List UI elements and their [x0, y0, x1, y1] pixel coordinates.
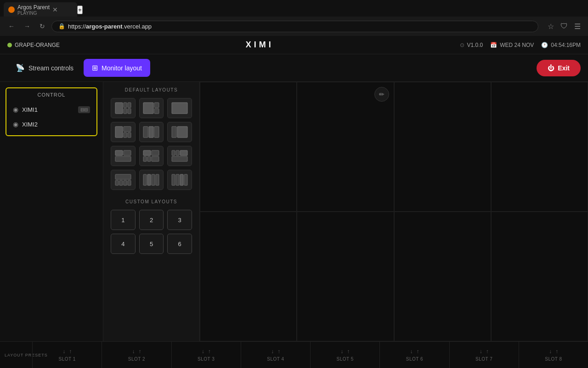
slot-7-up-arrow[interactable]: ↑ [486, 348, 489, 355]
app-logo: XIMI [60, 40, 460, 50]
slot-8-down-arrow[interactable]: ↓ [549, 348, 552, 355]
svg-rect-13 [143, 126, 148, 138]
layout-btn-7[interactable] [111, 146, 136, 166]
slot-4-up-arrow[interactable]: ↑ [277, 348, 280, 355]
layout-btn-10[interactable] [111, 170, 136, 190]
slot-2-label: SLOT 2 [128, 356, 145, 362]
custom-layout-5[interactable]: 5 [139, 234, 164, 254]
slot-bar: LAYOUT PRESETS ↓ ↑ SLOT 1 ↓ ↑ SLOT 2 ↓ ↑… [0, 341, 588, 368]
layout-btn-12[interactable] [167, 170, 192, 190]
custom-layout-4[interactable]: 4 [111, 234, 136, 254]
svg-rect-40 [176, 174, 179, 185]
ximi1-label: XIMI1 [22, 106, 74, 113]
svg-rect-24 [147, 156, 151, 161]
new-tab-button[interactable]: + [77, 6, 83, 14]
slot-8-up-arrow[interactable]: ↑ [555, 348, 558, 355]
slot-3-up-arrow[interactable]: ↑ [208, 348, 211, 355]
monitor-layout-button[interactable]: ⊞ Monitor layout [84, 59, 150, 77]
layout-btn-4[interactable] [111, 122, 136, 142]
slot-5[interactable]: ↓ ↑ SLOT 5 [310, 342, 379, 368]
slot-4[interactable]: ↓ ↑ SLOT 4 [241, 342, 310, 368]
slot-1-up-arrow[interactable]: ↑ [69, 348, 72, 355]
layout-btn-9[interactable] [167, 146, 192, 166]
tab-subtitle: PLAYING [17, 11, 50, 16]
slot-6[interactable]: ↓ ↑ SLOT 6 [379, 342, 449, 368]
svg-rect-36 [147, 174, 151, 185]
monitor-layout-label: Monitor layout [102, 64, 142, 72]
svg-rect-21 [143, 150, 151, 155]
slot-3[interactable]: ↓ ↑ SLOT 3 [171, 342, 241, 368]
custom-layout-2[interactable]: 2 [139, 210, 164, 230]
svg-rect-4 [128, 109, 131, 114]
control-item-ximi2[interactable]: ◉ XIMI2 [10, 117, 93, 132]
exit-button[interactable]: ⏻ Exit [537, 60, 581, 76]
reload-button[interactable]: ↻ [37, 21, 48, 32]
stream-controls-button[interactable]: 📡 Stream controls [7, 59, 82, 77]
layout-btn-2[interactable] [139, 98, 164, 118]
app-header: GRAPE-ORANGE XIMI ⊙ V1.0.0 📅 WED 24 NOV … [0, 36, 588, 54]
svg-rect-8 [172, 103, 187, 114]
slot-2-down-arrow[interactable]: ↓ [132, 348, 135, 355]
tab-title: Argos Parent [17, 4, 50, 11]
slot-6-down-arrow[interactable]: ↓ [410, 348, 413, 355]
layout-btn-8[interactable] [139, 146, 164, 166]
slot-8[interactable]: ↓ ↑ SLOT 8 [519, 342, 588, 368]
svg-rect-31 [115, 180, 119, 185]
slot-2-up-arrow[interactable]: ↑ [138, 348, 141, 355]
forward-button[interactable]: → [21, 21, 33, 32]
grape-indicator: GRAPE-ORANGE [7, 42, 60, 48]
grape-status-dot [7, 43, 12, 47]
svg-rect-14 [149, 126, 153, 138]
slot-5-down-arrow[interactable]: ↓ [340, 348, 343, 355]
slot-2-arrows: ↓ ↑ [132, 348, 141, 355]
time-display: 🕐 04:54:16PM [541, 42, 581, 48]
svg-rect-0 [115, 103, 123, 114]
control-item-ximi1[interactable]: ◉ XIMI1 ⊟⊟ [10, 102, 93, 117]
svg-rect-16 [172, 126, 176, 138]
custom-layout-3[interactable]: 3 [167, 210, 192, 230]
slot-8-arrows: ↓ ↑ [549, 348, 558, 355]
version-display: ⊙ V1.0.0 [460, 42, 483, 48]
svg-rect-6 [154, 103, 159, 108]
slot-7[interactable]: ↓ ↑ SLOT 7 [449, 342, 519, 368]
svg-rect-20 [115, 156, 131, 161]
layout-btn-6[interactable] [167, 122, 192, 142]
svg-rect-37 [152, 174, 155, 185]
tab-close-button[interactable]: ✕ [52, 6, 58, 13]
custom-layout-6[interactable]: 6 [167, 234, 192, 254]
address-bar[interactable]: 🔒 https://argos-parent.vercel.app [51, 21, 538, 32]
layout-btn-11[interactable] [139, 170, 164, 190]
shield-button[interactable]: 🛡 [559, 20, 570, 33]
slot-4-down-arrow[interactable]: ↓ [271, 348, 274, 355]
browser-tab[interactable]: Argos Parent PLAYING ✕ [4, 2, 77, 17]
slot-3-down-arrow[interactable]: ↓ [202, 348, 204, 355]
slot-5-up-arrow[interactable]: ↑ [347, 348, 350, 355]
layout-btn-1[interactable] [111, 98, 136, 118]
slot-1-label: SLOT 1 [58, 356, 75, 362]
slot-2[interactable]: ↓ ↑ SLOT 2 [102, 342, 171, 368]
slot-1-down-arrow[interactable]: ↓ [62, 348, 65, 355]
slot-7-down-arrow[interactable]: ↓ [480, 348, 482, 355]
slot-3-label: SLOT 3 [198, 356, 215, 362]
layout-btn-3[interactable] [167, 98, 192, 118]
svg-rect-27 [176, 150, 179, 155]
svg-rect-42 [184, 174, 187, 185]
svg-rect-32 [119, 180, 123, 185]
svg-rect-29 [172, 156, 187, 161]
custom-layout-1[interactable]: 1 [111, 210, 136, 230]
star-button[interactable]: ☆ [546, 20, 556, 33]
layout-btn-5[interactable] [139, 122, 164, 142]
custom-layouts-grid: 1 2 3 4 5 6 [111, 210, 192, 254]
edit-layout-button[interactable]: ✏ [374, 87, 389, 102]
monitor-cell-6 [297, 212, 394, 341]
svg-rect-26 [172, 150, 175, 155]
slot-6-up-arrow[interactable]: ↑ [416, 348, 419, 355]
security-icon: 🔒 [58, 23, 65, 29]
svg-rect-25 [152, 156, 159, 161]
slot-1[interactable]: ↓ ↑ SLOT 1 [32, 342, 102, 368]
svg-rect-23 [143, 156, 147, 161]
svg-rect-10 [124, 126, 131, 132]
back-button[interactable]: ← [6, 21, 17, 32]
menu-button[interactable]: ☰ [572, 20, 582, 33]
svg-rect-38 [156, 174, 159, 185]
